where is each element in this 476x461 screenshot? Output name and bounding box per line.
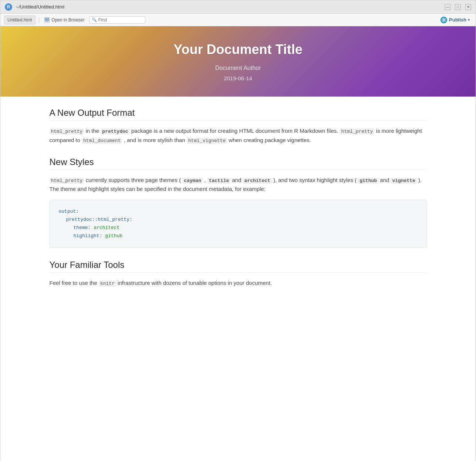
publish-dropdown-arrow[interactable]: ▾: [468, 18, 470, 22]
code-line-1: output:: [59, 208, 418, 216]
section-heading-2: New Styles: [50, 157, 427, 170]
r-app-icon: R: [5, 3, 12, 11]
toolbar: Untitled.html | Open in Browser 🔍 R Publ…: [0, 14, 476, 26]
code-line-3: theme: architect: [59, 224, 418, 232]
publish-label: Publish: [449, 17, 466, 23]
inline-code-html-pretty-3: html_pretty: [50, 178, 84, 184]
inline-code-html-pretty-1: html_pretty: [50, 128, 84, 135]
document-area: Your Document Title Document Author 2019…: [0, 26, 476, 461]
section-heading-1: A New Output Format: [50, 108, 427, 121]
open-in-browser-button[interactable]: Open in Browser: [43, 17, 86, 23]
app-window: R ~/Untitled/Untitled.html — □ ✕ Untitle…: [0, 0, 476, 461]
code-val-architect: architect: [94, 225, 119, 231]
file-tab[interactable]: Untitled.html: [4, 16, 36, 24]
document-title: Your Document Title: [173, 42, 303, 57]
code-line-4: highlight: github: [59, 232, 418, 240]
document-header: Your Document Title Document Author 2019…: [0, 26, 476, 97]
inline-code-tactile: tactile: [207, 178, 231, 184]
section-text-2: html_pretty currently supports three pag…: [50, 176, 427, 194]
inline-code-github: github: [358, 178, 378, 184]
code-key-output: output:: [59, 209, 79, 214]
titlebar-left: R ~/Untitled/Untitled.html: [5, 3, 64, 11]
search-input[interactable]: [98, 17, 143, 23]
document-date: 2019-06-14: [224, 75, 252, 81]
toolbar-separator: |: [38, 17, 40, 23]
search-box[interactable]: 🔍: [89, 16, 145, 24]
titlebar-title: ~/Untitled/Untitled.html: [16, 4, 64, 10]
code-block: output: prettydoc::html_pretty: theme: a…: [50, 200, 427, 248]
section-new-output-format: A New Output Format html_pretty in the p…: [50, 108, 427, 145]
publish-button[interactable]: R Publish ▾: [438, 15, 472, 25]
open-in-browser-label: Open in Browser: [51, 17, 84, 23]
section-new-styles: New Styles html_pretty currently support…: [50, 157, 427, 248]
document-content: A New Output Format html_pretty in the p…: [35, 97, 442, 311]
code-key-prettydoc: prettydoc::html_pretty:: [66, 217, 132, 222]
window-controls: — □ ✕: [445, 4, 471, 10]
inline-code-vignette: vignette: [391, 178, 416, 184]
inline-code-knitr: knitr: [99, 280, 116, 287]
svg-text:R: R: [442, 18, 445, 22]
browser-icon: [44, 17, 50, 23]
prettydoc-link[interactable]: prettydoc: [101, 128, 129, 134]
minimize-button[interactable]: —: [445, 4, 450, 10]
inline-code-html-document: html_document: [82, 138, 122, 144]
inline-code-cayman: cayman: [182, 178, 203, 184]
inline-code-html-vignette: html_vignette: [187, 138, 227, 144]
close-button[interactable]: ✕: [465, 4, 471, 10]
code-key-highlight: highlight:: [74, 233, 102, 239]
svg-rect-0: [45, 18, 49, 21]
document-author: Document Author: [215, 65, 261, 71]
publish-icon: R: [440, 16, 448, 24]
code-val-github: github: [105, 233, 122, 239]
section-text-3: Feel free to use the knitr infrastructur…: [50, 279, 427, 288]
section-text-1: html_pretty in the prettydoc package is …: [50, 127, 427, 145]
section-heading-3: Your Familiar Tools: [50, 260, 427, 273]
inline-code-architect: architect: [243, 178, 272, 184]
maximize-button[interactable]: □: [455, 4, 461, 10]
code-key-theme: theme:: [74, 225, 91, 231]
titlebar: R ~/Untitled/Untitled.html — □ ✕: [0, 0, 476, 14]
code-line-2: prettydoc::html_pretty:: [59, 216, 418, 224]
inline-code-html-pretty-2: html_pretty: [340, 128, 375, 135]
search-icon: 🔍: [92, 17, 97, 22]
section-familiar-tools: Your Familiar Tools Feel free to use the…: [50, 260, 427, 288]
